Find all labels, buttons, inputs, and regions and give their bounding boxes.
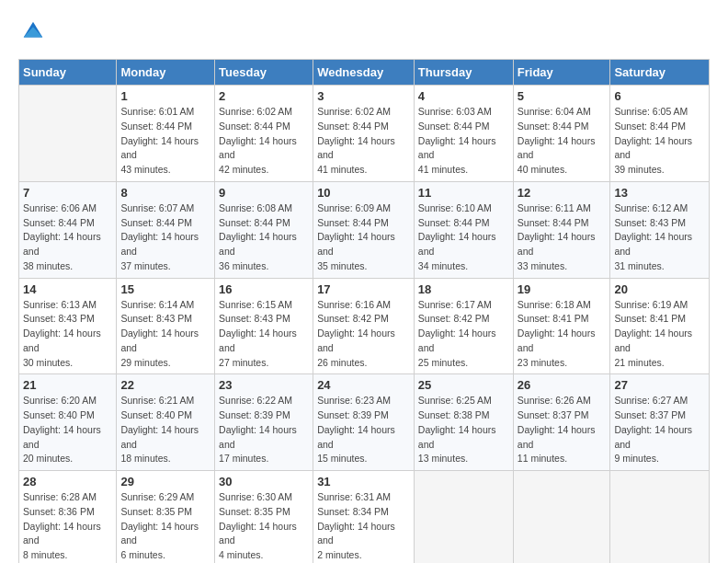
day-number: 14: [23, 282, 112, 296]
sunrise-text: Sunrise: 6:16 AM: [317, 298, 410, 313]
calendar-week-5: 28Sunrise: 6:28 AMSunset: 8:36 PMDayligh…: [19, 471, 710, 564]
day-number: 23: [219, 378, 309, 392]
sunrise-text: Sunrise: 6:15 AM: [219, 298, 309, 313]
sunset-text: Sunset: 8:42 PM: [418, 312, 509, 327]
sunset-text: Sunset: 8:44 PM: [23, 216, 112, 231]
daylight-text: Daylight: 14 hours and: [219, 230, 309, 259]
daylight-text-cont: 42 minutes.: [219, 163, 309, 178]
day-info: Sunrise: 6:25 AMSunset: 8:38 PMDaylight:…: [418, 394, 509, 466]
daylight-text: Daylight: 14 hours and: [317, 230, 410, 259]
sunrise-text: Sunrise: 6:03 AM: [418, 105, 509, 120]
sunset-text: Sunset: 8:39 PM: [219, 408, 309, 423]
sunrise-text: Sunrise: 6:07 AM: [120, 201, 210, 216]
day-info: Sunrise: 6:26 AMSunset: 8:37 PMDaylight:…: [518, 394, 607, 466]
calendar-cell: 7Sunrise: 6:06 AMSunset: 8:44 PMDaylight…: [19, 181, 117, 278]
sunset-text: Sunset: 8:35 PM: [120, 505, 210, 520]
daylight-text-cont: 6 minutes.: [120, 548, 210, 563]
day-info: Sunrise: 6:19 AMSunset: 8:41 PMDaylight:…: [614, 298, 705, 371]
sunset-text: Sunset: 8:38 PM: [418, 408, 509, 423]
daylight-text: Daylight: 14 hours and: [120, 423, 210, 453]
day-number: 15: [120, 282, 210, 296]
calendar-cell: 18Sunrise: 6:17 AMSunset: 8:42 PMDayligh…: [414, 278, 513, 374]
daylight-text: Daylight: 14 hours and: [23, 327, 112, 356]
day-number: 18: [418, 282, 509, 296]
sunrise-text: Sunrise: 6:28 AM: [23, 490, 112, 505]
daylight-text-cont: 15 minutes.: [317, 452, 410, 466]
day-number: 24: [317, 378, 410, 392]
daylight-text-cont: 40 minutes.: [518, 163, 607, 178]
daylight-text: Daylight: 14 hours and: [120, 134, 210, 164]
sunset-text: Sunset: 8:35 PM: [219, 505, 309, 520]
daylight-text: Daylight: 14 hours and: [518, 230, 607, 259]
sunrise-text: Sunrise: 6:10 AM: [418, 201, 509, 216]
day-info: Sunrise: 6:09 AMSunset: 8:44 PMDaylight:…: [317, 201, 410, 274]
day-info: Sunrise: 6:28 AMSunset: 8:36 PMDaylight:…: [23, 490, 112, 563]
calendar-cell: 16Sunrise: 6:15 AMSunset: 8:43 PMDayligh…: [215, 278, 313, 374]
sunrise-text: Sunrise: 6:04 AM: [518, 105, 607, 120]
sunset-text: Sunset: 8:41 PM: [518, 312, 607, 327]
day-info: Sunrise: 6:02 AMSunset: 8:44 PMDaylight:…: [317, 105, 410, 178]
daylight-text-cont: 11 minutes.: [518, 452, 607, 466]
svg-marker-1: [24, 27, 43, 37]
sunset-text: Sunset: 8:44 PM: [120, 216, 210, 231]
sunrise-text: Sunrise: 6:11 AM: [518, 201, 607, 216]
calendar-cell: 29Sunrise: 6:29 AMSunset: 8:35 PMDayligh…: [117, 471, 215, 564]
daylight-text: Daylight: 14 hours and: [614, 327, 705, 356]
sunset-text: Sunset: 8:43 PM: [219, 312, 309, 327]
day-number: 9: [219, 186, 309, 200]
calendar-week-2: 7Sunrise: 6:06 AMSunset: 8:44 PMDaylight…: [19, 181, 710, 278]
sunset-text: Sunset: 8:44 PM: [418, 216, 509, 231]
sunset-text: Sunset: 8:40 PM: [120, 408, 210, 423]
calendar-cell: 10Sunrise: 6:09 AMSunset: 8:44 PMDayligh…: [313, 181, 415, 278]
day-number: 16: [219, 282, 309, 296]
day-number: 6: [614, 89, 705, 103]
day-info: Sunrise: 6:02 AMSunset: 8:44 PMDaylight:…: [219, 105, 309, 178]
daylight-text-cont: 37 minutes.: [120, 259, 210, 274]
daylight-text: Daylight: 14 hours and: [614, 134, 705, 164]
sunrise-text: Sunrise: 6:27 AM: [614, 394, 705, 408]
daylight-text: Daylight: 14 hours and: [614, 423, 705, 453]
daylight-text-cont: 36 minutes.: [219, 259, 309, 274]
sunset-text: Sunset: 8:44 PM: [317, 216, 410, 231]
daylight-text-cont: 41 minutes.: [317, 163, 410, 178]
calendar-cell: 14Sunrise: 6:13 AMSunset: 8:43 PMDayligh…: [19, 278, 117, 374]
daylight-text: Daylight: 14 hours and: [518, 423, 607, 453]
calendar-cell: 30Sunrise: 6:30 AMSunset: 8:35 PMDayligh…: [215, 471, 313, 564]
daylight-text-cont: 43 minutes.: [120, 163, 210, 178]
day-info: Sunrise: 6:10 AMSunset: 8:44 PMDaylight:…: [418, 201, 509, 274]
day-number: 2: [219, 89, 309, 103]
day-number: 31: [317, 475, 410, 488]
sunrise-text: Sunrise: 6:09 AM: [317, 201, 410, 216]
day-info: Sunrise: 6:07 AMSunset: 8:44 PMDaylight:…: [120, 201, 210, 274]
daylight-text-cont: 8 minutes.: [23, 548, 112, 563]
sunset-text: Sunset: 8:44 PM: [219, 120, 309, 134]
sunrise-text: Sunrise: 6:20 AM: [23, 394, 112, 408]
daylight-text: Daylight: 14 hours and: [518, 327, 607, 356]
day-number: 19: [518, 282, 607, 296]
daylight-text-cont: 41 minutes.: [418, 163, 509, 178]
calendar-cell: 26Sunrise: 6:26 AMSunset: 8:37 PMDayligh…: [513, 374, 610, 471]
day-info: Sunrise: 6:13 AMSunset: 8:43 PMDaylight:…: [23, 298, 112, 371]
calendar-cell: 27Sunrise: 6:27 AMSunset: 8:37 PMDayligh…: [610, 374, 710, 471]
calendar-cell: 19Sunrise: 6:18 AMSunset: 8:41 PMDayligh…: [513, 278, 610, 374]
calendar-week-3: 14Sunrise: 6:13 AMSunset: 8:43 PMDayligh…: [19, 278, 710, 374]
sunset-text: Sunset: 8:37 PM: [518, 408, 607, 423]
daylight-text-cont: 17 minutes.: [219, 452, 309, 466]
day-number: 25: [418, 378, 509, 392]
day-number: 13: [614, 186, 705, 200]
day-info: Sunrise: 6:27 AMSunset: 8:37 PMDaylight:…: [614, 394, 705, 466]
daylight-text-cont: 30 minutes.: [23, 356, 112, 371]
page-header: [18, 18, 710, 44]
day-number: 4: [418, 89, 509, 103]
calendar-header-saturday: Saturday: [610, 60, 710, 86]
daylight-text-cont: 38 minutes.: [23, 259, 112, 274]
sunset-text: Sunset: 8:41 PM: [614, 312, 705, 327]
day-info: Sunrise: 6:20 AMSunset: 8:40 PMDaylight:…: [23, 394, 112, 466]
sunset-text: Sunset: 8:44 PM: [518, 120, 607, 134]
day-info: Sunrise: 6:01 AMSunset: 8:44 PMDaylight:…: [120, 105, 210, 178]
daylight-text: Daylight: 14 hours and: [418, 134, 509, 164]
sunset-text: Sunset: 8:44 PM: [317, 120, 410, 134]
daylight-text: Daylight: 14 hours and: [219, 134, 309, 164]
daylight-text: Daylight: 14 hours and: [23, 520, 112, 549]
sunset-text: Sunset: 8:43 PM: [614, 216, 705, 231]
